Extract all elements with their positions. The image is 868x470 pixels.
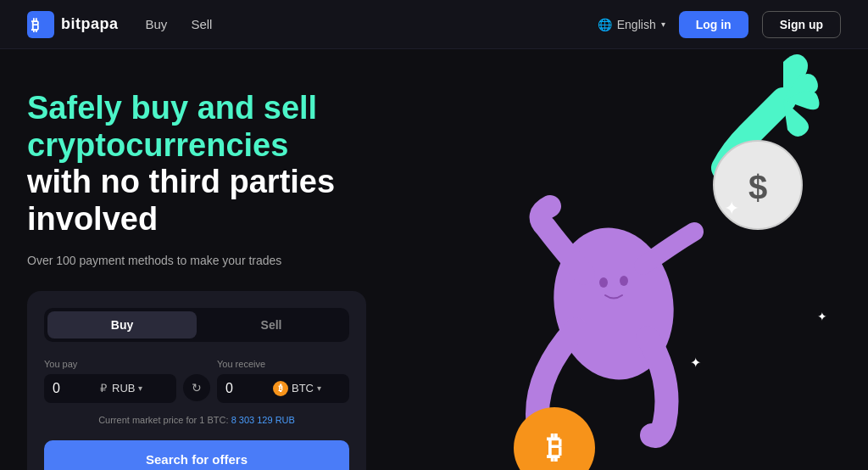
svg-text:✦: ✦: [724, 198, 739, 219]
pay-label: You pay: [44, 359, 176, 369]
swap-button[interactable]: ↻: [183, 374, 210, 401]
hero-title: Safely buy and sell cryptocurrencies wit…: [27, 90, 434, 238]
btc-icon: ₿: [273, 381, 288, 396]
login-button[interactable]: Log in: [679, 11, 748, 38]
svg-text:₿: ₿: [31, 17, 39, 34]
pay-field-group: You pay ₽ RUB ▾: [44, 359, 176, 403]
hero-illustration: ₿ $ ✦ ✦ ✦: [427, 49, 868, 470]
svg-text:₿: ₿: [547, 430, 562, 465]
svg-point-8: [620, 276, 628, 286]
logo-icon: ₿: [27, 11, 54, 38]
nav-links: Buy Sell: [146, 17, 598, 31]
hero-title-highlight: Safely buy and sell cryptocurrencies: [27, 90, 317, 163]
receive-input[interactable]: [225, 381, 268, 396]
tab-sell[interactable]: Sell: [197, 311, 346, 339]
logo-text: bitpapa: [61, 15, 119, 33]
nav-right: 🌐 English ▾ Log in Sign up: [598, 11, 841, 38]
pay-currency-selector[interactable]: RUB ▾: [112, 382, 142, 394]
nav-link-buy[interactable]: Buy: [146, 17, 168, 31]
receive-field-group: You receive ₿ BTC ▾: [217, 359, 349, 403]
logo[interactable]: ₿ bitpapa: [27, 11, 119, 38]
receive-currency-label: BTC: [292, 382, 314, 394]
nav-link-sell[interactable]: Sell: [191, 17, 212, 31]
receive-currency-chevron: ▾: [317, 383, 321, 393]
market-price-row: Current market price for 1 BTC: 8 303 12…: [44, 415, 349, 425]
pay-input[interactable]: [53, 381, 95, 396]
globe-icon: 🌐: [598, 18, 612, 31]
navbar: ₿ bitpapa Buy Sell 🌐 English ▾ Log in Si…: [0, 0, 868, 49]
language-selector[interactable]: 🌐 English ▾: [598, 18, 665, 31]
receive-input-row: ₿ BTC ▾: [217, 374, 349, 403]
tab-buy[interactable]: Buy: [47, 311, 197, 339]
rub-symbol: ₽: [100, 382, 107, 394]
language-label: English: [617, 18, 656, 31]
tab-row: Buy Sell: [44, 308, 349, 342]
receive-currency-selector[interactable]: ₿ BTC ▾: [273, 381, 321, 396]
pay-input-row: ₽ RUB ▾: [44, 374, 176, 403]
svg-text:✦: ✦: [817, 310, 827, 323]
fields-row: You pay ₽ RUB ▾ ↻ You r: [44, 359, 349, 403]
pay-currency-label: RUB: [112, 382, 135, 394]
market-price-value[interactable]: 8 303 129 RUB: [231, 415, 295, 425]
hero-section: Safely buy and sell cryptocurrencies wit…: [0, 49, 868, 470]
receive-label: You receive: [217, 359, 349, 369]
market-price-text: Current market price for 1 BTC:: [98, 415, 231, 425]
hero-subtitle: Over 100 payment methods to make your tr…: [27, 254, 434, 267]
svg-point-7: [599, 277, 608, 288]
svg-text:$: $: [748, 169, 767, 206]
chevron-down-icon: ▾: [661, 20, 665, 29]
pay-currency-chevron: ▾: [138, 383, 142, 393]
svg-text:✦: ✦: [690, 355, 701, 370]
hero-title-white: with no third parties involved: [27, 164, 335, 237]
trade-widget: Buy Sell You pay ₽ RUB ▾: [27, 291, 366, 470]
hero-content: Safely buy and sell cryptocurrencies wit…: [27, 90, 434, 470]
signup-button[interactable]: Sign up: [762, 11, 841, 38]
search-offers-button[interactable]: Search for offers: [44, 440, 349, 470]
